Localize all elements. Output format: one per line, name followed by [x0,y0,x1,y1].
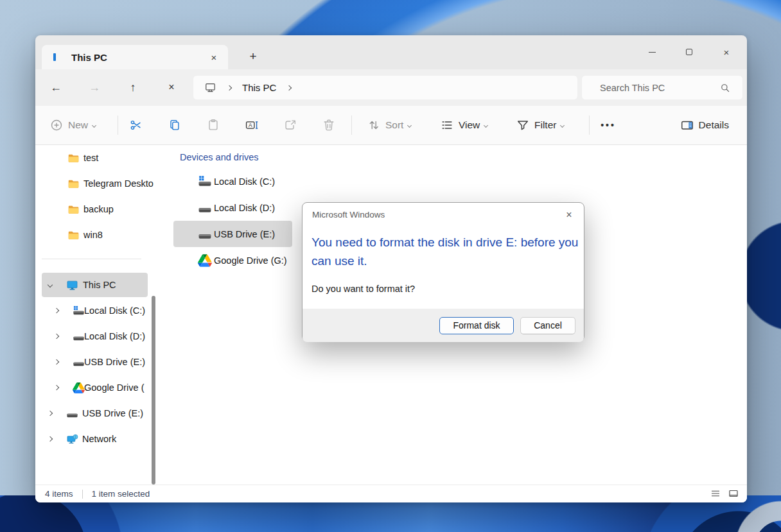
status-bar: 4 items 1 item selected [35,485,747,502]
filter-button[interactable]: Filter [511,114,569,137]
sidebar-item-network[interactable]: Network [35,426,157,452]
back-button[interactable]: ← [47,78,65,96]
disk-drive-icon [198,201,212,215]
share-button[interactable] [277,114,303,137]
new-tab-button[interactable]: + [245,47,261,66]
local-disk-c-icon [73,305,85,317]
list-view-icon[interactable] [710,488,721,499]
sidebar-item-local-disk-d[interactable]: Local Disk (D:) [35,323,157,349]
sort-button-label: Sort [385,119,403,131]
cut-button[interactable] [123,114,149,137]
folder-icon [67,152,80,164]
trash-icon [322,118,336,132]
cut-scissors-icon [129,118,143,132]
chevron-right-icon[interactable] [54,385,59,390]
tab-close-icon[interactable]: × [206,49,222,65]
folder-icon [67,229,80,241]
sidebar: test Telegram Deskto backup win8 [35,145,157,485]
minimize-button[interactable] [642,43,662,61]
sidebar-item-usb-drive-e-root[interactable]: USB Drive (E:) [35,400,157,426]
sidebar-scrollbar[interactable] [152,296,155,485]
search-input[interactable]: Search This PC [581,75,743,100]
google-drive-icon [73,382,85,394]
tab-monitor-icon [53,53,56,61]
forward-button[interactable]: → [85,78,103,96]
cancel-button[interactable]: Cancel [520,317,575,334]
refresh-stop-button[interactable]: × [162,78,180,96]
items-count: 4 items [45,489,73,499]
drive-row-local-disk-c[interactable]: Local Disk (C:) [173,168,292,194]
disk-drive-icon [198,227,212,241]
svg-text:A: A [249,123,252,128]
breadcrumb-this-pc[interactable]: This PC [242,82,276,93]
network-icon [66,433,78,445]
minimize-icon [649,52,656,53]
chevron-right-icon[interactable] [48,411,53,416]
rename-icon: A [245,118,259,132]
sidebar-item-this-pc[interactable]: This PC [35,272,157,298]
dialog-question: Do you want to format it? [312,284,415,294]
chevron-right-icon[interactable] [54,359,59,365]
group-header-devices-and-drives[interactable]: Devices and drives [180,152,259,162]
dialog-footer: Format disk Cancel [303,309,584,342]
new-button-label: New [68,119,88,131]
folder-icon [67,203,80,216]
chevron-right-icon[interactable] [54,334,59,339]
close-window-button[interactable]: × [717,43,736,61]
toolbar-separator [589,116,590,135]
paste-clipboard-icon [206,118,220,132]
drive-row-google-drive-g[interactable]: Google Drive (G:) [173,247,292,273]
chevron-down-icon [560,123,565,127]
delete-button[interactable] [316,114,342,137]
sidebar-item-win8[interactable]: win8 [35,222,157,248]
sort-button[interactable]: Sort [362,114,416,137]
dialog-message: You need to format the disk in drive E: … [312,234,584,270]
breadcrumb[interactable]: This PC [193,75,578,100]
paste-button[interactable] [200,114,226,137]
copy-button[interactable] [162,114,188,137]
disk-drive-icon [73,356,85,368]
details-button-label: Details [699,119,729,131]
view-list-icon [440,118,454,132]
sidebar-item-backup[interactable]: backup [35,196,157,222]
status-divider [82,490,83,499]
sidebar-item-test[interactable]: test [35,145,157,171]
titlebar: This PC × + × [35,35,747,69]
chevron-down-icon [407,123,412,127]
drive-row-local-disk-d[interactable]: Local Disk (D:) [173,194,292,221]
sort-arrows-icon [367,118,381,132]
chevron-right-icon[interactable] [54,308,59,313]
sidebar-item-telegram-desktop[interactable]: Telegram Deskto [35,171,157,196]
navigation-bar: ← → ↑ × This PC Search This PC [35,69,747,106]
new-button[interactable]: New [44,114,101,137]
chevron-right-icon[interactable] [48,436,53,442]
chevron-down-icon [484,123,488,127]
chevron-right-icon [227,85,232,90]
dialog-close-icon[interactable]: × [559,205,579,225]
search-placeholder: Search This PC [600,83,665,93]
tab-this-pc[interactable]: This PC × [42,45,228,69]
maximize-button[interactable] [680,43,699,61]
copy-icon [168,118,182,132]
search-icon[interactable] [719,82,731,94]
folder-icon [67,178,80,190]
sidebar-item-local-disk-c[interactable]: Local Disk (C:) [35,298,157,323]
format-disk-button[interactable]: Format disk [439,317,514,334]
plus-circle-icon [49,118,64,132]
filter-button-label: Filter [534,119,556,131]
view-button[interactable]: View [435,114,493,137]
this-pc-monitor-icon [204,82,216,94]
details-button[interactable]: Details [675,114,734,137]
sidebar-item-google-drive[interactable]: Google Drive ( [35,375,157,400]
sidebar-item-usb-drive-e[interactable]: USB Drive (E:) [35,349,157,375]
more-options-button[interactable]: ••• [593,114,624,137]
toolbar-separator [118,116,118,135]
dialog-title: Microsoft Windows [312,203,385,227]
up-button[interactable]: ↑ [124,78,142,96]
chevron-down-icon [92,123,96,127]
format-disk-dialog: Microsoft Windows × You need to format t… [302,202,584,341]
drive-row-usb-drive-e-selected[interactable]: USB Drive (E:) [173,221,292,247]
rename-button[interactable]: A [239,114,265,137]
thumbnail-view-icon[interactable] [728,488,739,499]
maximize-icon [686,49,692,55]
